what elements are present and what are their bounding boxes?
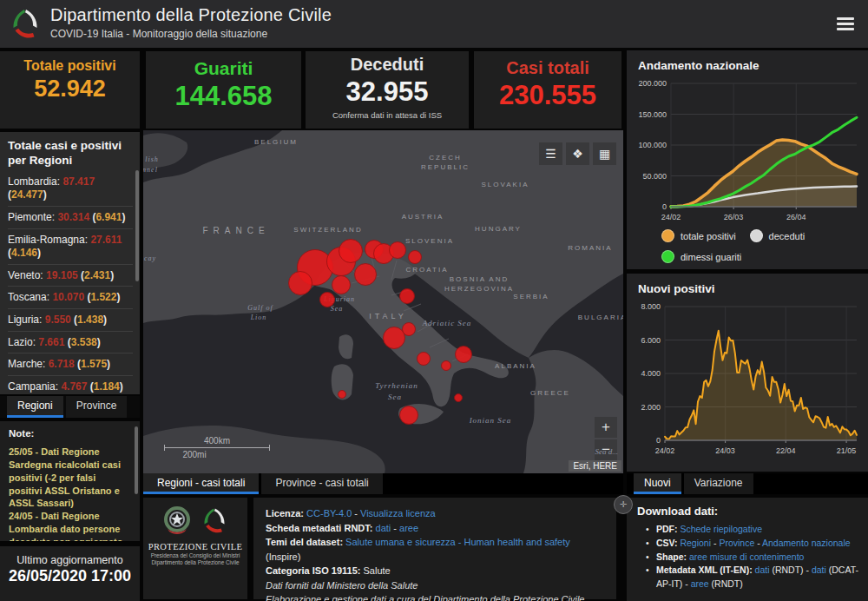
case-cluster-bubble[interactable] [319, 292, 335, 307]
map-toolbar: ☰ ❖ ▦ [539, 142, 616, 165]
text-segment: CSV: [656, 538, 680, 548]
region-list-item: Emilia-Romagna: 27.611 (4.146) [8, 229, 133, 265]
region-list-item: Campania: 4.767 (1.184) [8, 376, 133, 394]
text-segment: Dati forniti dal Ministero della Salute [266, 580, 418, 591]
text-segment: - [754, 538, 762, 548]
last-update-label: Ultimo aggiornamento [0, 554, 140, 566]
link[interactable]: aree [691, 578, 709, 589]
stat-label: Guariti [146, 58, 301, 79]
text-segment: Categoria ISO 19115: [266, 565, 364, 576]
stat-label: Totale positivi [0, 58, 140, 74]
national-trend-panel: Andamento nazionale 050.000100.000150.00… [627, 50, 868, 269]
case-cluster-bubble[interactable] [455, 346, 472, 363]
institution-logo-panel: PROTEZIONE CIVILE Presidenza del Consigl… [143, 498, 247, 599]
layers-icon[interactable]: ❖ [566, 142, 589, 165]
scale-km-label: 400km [164, 436, 270, 446]
svg-text:6.000: 6.000 [641, 336, 661, 345]
svg-text:26/03: 26/03 [724, 213, 744, 221]
link[interactable]: Province [719, 538, 754, 548]
stat-card-totale-positivi: Totale positivi 52.942 [0, 51, 140, 129]
download-item: Shape: aree misure di contenimento [637, 551, 859, 565]
case-cluster-bubble[interactable] [332, 275, 351, 294]
link[interactable]: aree misure di contenimento [689, 551, 805, 562]
text-segment: Shape: [656, 551, 689, 562]
app-subtitle: COVID-19 Italia - Monitoraggio della sit… [50, 28, 267, 40]
map-canvas[interactable]: BELGIUMlishnnelFRANCESWITZERLANDCZECHREP… [143, 130, 623, 473]
text-segment: Temi del dataset: [266, 537, 345, 547]
menu-icon[interactable] [837, 17, 854, 31]
svg-text:100.000: 100.000 [638, 141, 667, 149]
stat-value: 32.955 [306, 76, 469, 108]
case-cluster-bubble[interactable] [354, 263, 377, 286]
tab-variazione[interactable]: Variazione [684, 473, 753, 494]
chart-legend: totale positividecedutidimessi guariti [661, 229, 857, 271]
text-segment: (RNDT) - [770, 565, 812, 575]
national-trend-chart: 050.000100.000150.000200.00024/0226/0326… [635, 76, 862, 224]
case-cluster-bubble[interactable] [338, 390, 346, 399]
link[interactable]: dati [376, 523, 391, 533]
license-line: Categoria ISO 19115: Salute [266, 564, 604, 578]
republic-emblem-icon [161, 505, 193, 538]
region-list-item: Veneto: 19.105 (2.431) [8, 265, 133, 287]
case-cluster-bubble[interactable] [441, 360, 451, 371]
svg-text:0: 0 [656, 436, 661, 445]
license-line: Elaborazione e gestione dati a cura del … [266, 592, 604, 601]
text-segment: (RNDT) [709, 578, 743, 589]
link[interactable]: dati [755, 565, 770, 575]
region-list-item: Liguria: 9.550 (1.438) [8, 309, 133, 332]
tab-regioni[interactable]: Regioni [7, 396, 63, 418]
notes-scrollbar[interactable] [135, 426, 138, 494]
svg-text:24/03: 24/03 [715, 446, 735, 455]
svg-text:8.000: 8.000 [641, 302, 661, 311]
case-cluster-bubble[interactable] [399, 406, 418, 425]
case-cluster-bubble[interactable] [383, 327, 405, 349]
header: Dipartimento della Protezione Civile COV… [0, 0, 868, 48]
region-list: Lombardia: 87.417 (24.477)Piemonte: 30.3… [8, 171, 133, 394]
new-positives-title: Nuovi positivi [627, 274, 868, 295]
stat-value: 52.942 [0, 76, 140, 102]
case-cluster-bubble[interactable] [288, 271, 312, 295]
link[interactable]: Regioni [680, 538, 711, 548]
link[interactable]: aree [399, 523, 418, 533]
link[interactable]: Andamento nazionale [762, 538, 851, 548]
zoom-in-button[interactable]: + [595, 417, 617, 438]
link[interactable]: CC-BY-4.0 [306, 508, 352, 518]
tab-province-casi-totali[interactable]: Province - casi totali [261, 473, 382, 494]
svg-text:24/02: 24/02 [655, 446, 675, 455]
basemap-icon[interactable]: ▦ [593, 142, 616, 165]
case-cluster-bubble[interactable] [389, 241, 406, 259]
case-cluster-bubble[interactable] [339, 239, 363, 263]
new-positives-chart: 02.0004.0006.0008.00024/0224/0322/0421/0… [635, 300, 862, 458]
link[interactable]: Salute umana e sicurezza - Human health … [345, 537, 570, 547]
text-segment: Scheda metadati RNDT: [266, 523, 376, 533]
legend-dot-icon [750, 229, 763, 242]
case-cluster-bubble[interactable] [408, 250, 422, 264]
case-cluster-bubble[interactable] [454, 393, 463, 402]
tab-regioni-casi-totali[interactable]: Regioni - casi totali [143, 473, 259, 494]
region-list-item: Lombardia: 87.417 (24.477) [8, 171, 133, 207]
app-title: Dipartimento della Protezione Civile [50, 5, 332, 25]
text-segment: Metadata XML (IT-EN): [656, 565, 755, 575]
svg-text:150.000: 150.000 [638, 110, 667, 119]
tab-province[interactable]: Province [66, 396, 128, 418]
text-segment: - [711, 538, 719, 548]
case-cluster-bubble[interactable] [399, 288, 415, 304]
case-cluster-bubble[interactable] [417, 352, 431, 366]
map-attribution: Esri, HERE [569, 460, 621, 472]
legend-icon[interactable]: ☰ [539, 142, 562, 165]
legend-item: deceduti [750, 229, 806, 242]
download-item: CSV: Regioni - Province - Andamento nazi… [637, 537, 859, 551]
text-segment: Salute [364, 565, 391, 576]
link[interactable]: dati [812, 565, 826, 575]
notes-panel: Note: 25/05 - Dati Regione Sardegna rica… [0, 421, 140, 541]
license-line: Temi del dataset: Salute umana e sicurez… [266, 535, 604, 564]
regions-scrollbar[interactable] [135, 170, 139, 281]
link[interactable]: Visualizza licenza [360, 508, 436, 518]
last-update-panel: Ultimo aggiornamento 26/05/2020 17:00 [0, 546, 140, 601]
download-panel: Download dati: PDF: Schede riepilogative… [627, 498, 868, 601]
new-variation-tabs: Nuovi Variazione [627, 473, 868, 494]
link[interactable]: Schede riepilogative [680, 524, 762, 534]
text-segment: (Inspire) [266, 551, 300, 562]
widget-toggle-icon[interactable]: ✛ [614, 495, 633, 514]
tab-nuovi[interactable]: Nuovi [634, 473, 681, 494]
